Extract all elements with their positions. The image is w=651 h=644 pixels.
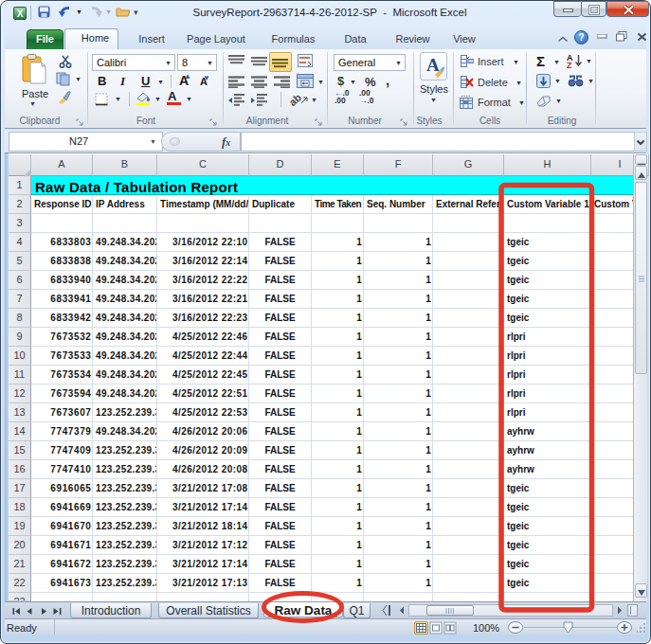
svg-text:Z: Z: [567, 61, 572, 68]
svg-text:ab: ab: [289, 92, 303, 108]
